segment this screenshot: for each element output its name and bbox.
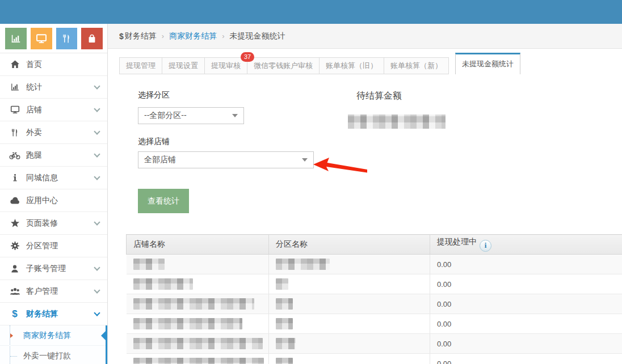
zone-name-censored bbox=[276, 278, 288, 290]
utensils-icon bbox=[61, 33, 72, 44]
sidebar-item-shop[interactable]: 店铺 bbox=[0, 99, 107, 121]
submenu-item-takeout-payment[interactable]: 外卖一键打款 bbox=[0, 346, 107, 364]
monitor-icon bbox=[36, 33, 47, 44]
tab-bill-accounting-new[interactable]: 账单核算（新） bbox=[384, 57, 449, 74]
sidebar-item-label: 分区管理 bbox=[26, 241, 58, 251]
chevron-down-icon bbox=[94, 105, 100, 112]
sidebar-item-errand[interactable]: 跑腿 bbox=[0, 144, 107, 167]
zone-name-censored bbox=[276, 318, 293, 329]
shop-name-censored bbox=[133, 278, 193, 290]
mall-tile-button[interactable] bbox=[81, 28, 103, 49]
takeout-tile-button[interactable] bbox=[56, 28, 78, 49]
column-header-shop-name: 店铺名称 bbox=[127, 235, 269, 255]
star-icon bbox=[9, 218, 21, 228]
tab-withdraw-review[interactable]: 提现审核37 bbox=[204, 57, 247, 74]
column-header-withdraw-processing: 提现处理中i bbox=[430, 235, 622, 255]
dollar-icon: $ bbox=[9, 309, 21, 319]
sidebar-item-label: 应用中心 bbox=[26, 196, 58, 206]
table-row: 0.00 bbox=[127, 294, 622, 314]
tab-withdraw-settings[interactable]: 提现设置 bbox=[162, 57, 205, 74]
chevron-down-icon bbox=[94, 128, 100, 134]
chevron-down-icon bbox=[94, 219, 100, 225]
sidebar-menu: 首页 统计 店铺 外卖 跑腿 bbox=[0, 53, 107, 364]
table-row: 0.00 bbox=[127, 334, 622, 354]
pending-settlement-amount-censored bbox=[348, 115, 446, 129]
sidebar-item-label: 子账号管理 bbox=[26, 264, 66, 274]
bicycle-icon bbox=[9, 151, 21, 160]
breadcrumb: $ 财务结算 › 商家财务结算 › 未提现金额统计 bbox=[108, 24, 622, 49]
sidebar-item-label: 客户管理 bbox=[26, 286, 58, 297]
chevron-down-icon bbox=[94, 173, 100, 180]
sidebar-item-customers[interactable]: 客户管理 bbox=[0, 280, 107, 303]
sidebar-item-home[interactable]: 首页 bbox=[0, 53, 107, 76]
column-header-zone-name: 分区名称 bbox=[269, 235, 430, 255]
withdraw-statistics-table: 店铺名称 分区名称 提现处理中i 0.00 0.00 bbox=[126, 234, 622, 364]
cloud-icon bbox=[9, 196, 21, 205]
notification-badge: 37 bbox=[241, 52, 254, 62]
bar-chart-icon bbox=[9, 82, 21, 92]
tab-bill-accounting-old[interactable]: 账单核算（旧） bbox=[319, 57, 384, 74]
pending-amount-cell: 0.00 bbox=[430, 354, 622, 364]
tab-label: 提现审核 bbox=[211, 61, 241, 70]
breadcrumb-separator: › bbox=[222, 32, 224, 40]
sidebar: 首页 统计 店铺 外卖 跑腿 bbox=[0, 24, 108, 364]
sidebar-item-statistics[interactable]: 统计 bbox=[0, 76, 107, 99]
sidebar-item-label: 首页 bbox=[26, 60, 42, 70]
tab-withdraw-management[interactable]: 提现管理 bbox=[119, 57, 162, 74]
partition-select-dropdown[interactable]: --全部分区-- bbox=[138, 107, 244, 124]
tab-unwithdrawn-statistics[interactable]: 未提现金额统计 bbox=[455, 53, 520, 74]
stats-tile-button[interactable] bbox=[5, 28, 27, 49]
top-navigation-bar bbox=[0, 0, 622, 24]
tab-wechat-account-review[interactable]: 微信零钱账户审核 bbox=[247, 57, 320, 74]
shop-select-dropdown[interactable]: 全部店铺 bbox=[138, 151, 314, 168]
submenu-item-label: 商家财务结算 bbox=[23, 331, 71, 341]
table-row: 0.00 bbox=[127, 255, 622, 274]
user-icon bbox=[9, 264, 21, 273]
sidebar-item-subaccount[interactable]: 子账号管理 bbox=[0, 257, 107, 280]
sidebar-item-label: 页面装修 bbox=[26, 218, 58, 228]
shop-name-censored bbox=[133, 318, 242, 329]
triangle-bullet-icon bbox=[10, 333, 13, 338]
sidebar-item-label: 外卖 bbox=[26, 128, 42, 138]
breadcrumb-item: 财务结算 bbox=[125, 31, 157, 41]
shop-select-label: 选择店铺 bbox=[138, 137, 170, 147]
tab-bar: 提现管理 提现设置 提现审核37 微信零钱账户审核 账单核算（旧） 账单核算（新… bbox=[119, 53, 520, 74]
sidebar-item-takeout[interactable]: 外卖 bbox=[0, 121, 107, 144]
home-icon bbox=[9, 60, 21, 69]
chevron-down-icon bbox=[94, 287, 100, 293]
red-arrow-annotation bbox=[312, 156, 369, 176]
pending-settlement-title: 待结算金额 bbox=[356, 90, 402, 102]
table-row: 0.00 bbox=[127, 314, 622, 334]
shop-tile-button[interactable] bbox=[31, 28, 52, 49]
zone-name-censored bbox=[276, 338, 296, 349]
main-content: $ 财务结算 › 商家财务结算 › 未提现金额统计 提现管理 提现设置 提现审核… bbox=[108, 24, 622, 364]
shop-selected-value: 全部店铺 bbox=[144, 155, 176, 165]
pending-amount-cell: 0.00 bbox=[430, 294, 622, 314]
sidebar-item-label: 跑腿 bbox=[26, 150, 42, 160]
zone-name-censored bbox=[276, 358, 293, 364]
sidebar-item-zone-management[interactable]: 分区管理 bbox=[0, 235, 107, 257]
shop-name-censored bbox=[133, 298, 254, 310]
sidebar-item-label: 统计 bbox=[26, 82, 42, 92]
breadcrumb-link[interactable]: 商家财务结算 bbox=[169, 31, 217, 41]
sidebar-item-city-info[interactable]: 同城信息 bbox=[0, 167, 107, 189]
pending-amount-cell: 0.00 bbox=[430, 255, 622, 274]
caret-down-icon bbox=[232, 114, 238, 117]
chevron-down-icon bbox=[94, 310, 100, 316]
partition-select-label: 选择分区 bbox=[138, 90, 170, 100]
submenu-item-merchant-finance[interactable]: 商家财务结算 bbox=[0, 325, 107, 346]
sidebar-item-page-design[interactable]: 页面装修 bbox=[0, 212, 107, 235]
info-icon[interactable]: i bbox=[480, 240, 491, 252]
sidebar-item-app-center[interactable]: 应用中心 bbox=[0, 189, 107, 212]
shop-name-censored bbox=[133, 338, 263, 349]
sidebar-item-finance[interactable]: $ 财务结算 bbox=[0, 303, 107, 325]
sidebar-item-label: 财务结算 bbox=[26, 309, 58, 319]
caret-down-icon bbox=[302, 158, 308, 162]
view-statistics-button[interactable]: 查看统计 bbox=[138, 189, 189, 213]
table-row: 0.00 bbox=[127, 274, 622, 294]
pending-amount-cell: 0.00 bbox=[430, 314, 622, 334]
gear-icon bbox=[9, 241, 21, 251]
table-header-row: 店铺名称 分区名称 提现处理中i bbox=[127, 235, 622, 255]
shop-name-censored bbox=[133, 259, 165, 270]
dotted-connector bbox=[10, 356, 17, 357]
